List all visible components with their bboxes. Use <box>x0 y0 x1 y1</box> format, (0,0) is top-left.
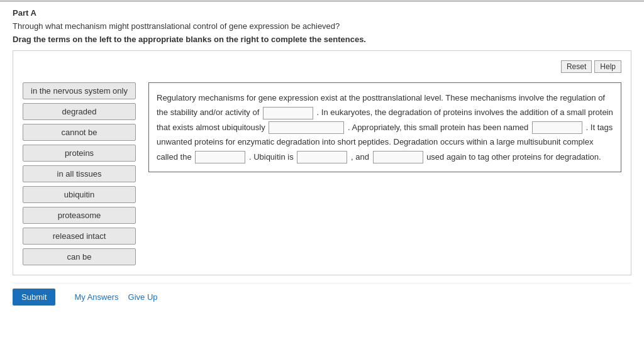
term-proteins[interactable]: proteins <box>23 145 136 162</box>
term-in-all-tissues[interactable]: in all tissues <box>23 165 136 182</box>
help-button[interactable]: Help <box>594 60 621 73</box>
bottom-bar: Submit My Answers Give Up <box>13 283 631 311</box>
term-ubiquitin[interactable]: ubiquitin <box>23 186 136 203</box>
passage-text-6: , and <box>351 152 369 162</box>
term-released-intact[interactable]: released intact <box>23 228 136 245</box>
give-up-link[interactable]: Give Up <box>128 292 158 302</box>
passage-text-area: Regulatory mechanisms for gene expressio… <box>148 82 621 172</box>
blank-1[interactable] <box>263 107 313 119</box>
term-cannot-be[interactable]: cannot be <box>23 124 136 141</box>
term-proteasome[interactable]: proteasome <box>23 207 136 224</box>
blank-4[interactable] <box>195 151 245 163</box>
reset-button[interactable]: Reset <box>561 60 592 73</box>
part-label: Part A <box>13 8 631 18</box>
passage-text-5: . Ubiquitin is <box>249 152 294 162</box>
drag-area: in the nervous system only degraded cann… <box>23 82 621 265</box>
my-answers-link[interactable]: My Answers <box>74 292 118 302</box>
submit-button[interactable]: Submit <box>13 289 55 306</box>
instruction-text: Drag the terms on the left to the approp… <box>13 35 631 44</box>
passage-text-3: . Appropriately, this small protein has … <box>348 123 528 132</box>
toolbar: Reset Help <box>23 60 621 73</box>
blank-3[interactable] <box>532 121 582 134</box>
terms-column: in the nervous system only degraded cann… <box>23 82 136 265</box>
blank-5[interactable] <box>297 151 347 163</box>
blank-6[interactable] <box>373 151 423 163</box>
blank-2[interactable] <box>269 121 344 134</box>
term-degraded[interactable]: degraded <box>23 103 136 120</box>
question-text: Through what mechanism might posttransla… <box>13 21 631 31</box>
term-can-be[interactable]: can be <box>23 248 136 265</box>
term-nervous-system[interactable]: in the nervous system only <box>23 82 136 99</box>
activity-box: Reset Help in the nervous system only de… <box>13 50 631 275</box>
passage-text-7: used again to tag other proteins for deg… <box>426 152 601 162</box>
